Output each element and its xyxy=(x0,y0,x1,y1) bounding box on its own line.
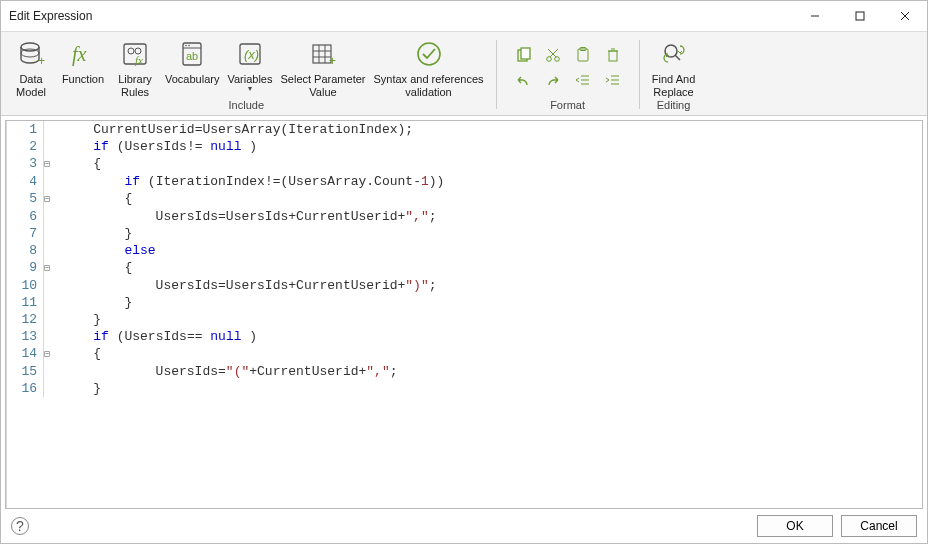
code-line[interactable]: 11 } xyxy=(7,294,922,311)
undo-button[interactable] xyxy=(509,69,537,93)
code-line[interactable]: 16 } xyxy=(7,380,922,397)
editing-buttons: Find And Replace xyxy=(648,36,700,99)
ribbon-separator xyxy=(496,40,497,109)
chevron-down-icon: ▾ xyxy=(248,84,252,93)
editing-group-label: Editing xyxy=(657,99,691,111)
minimize-button[interactable] xyxy=(792,1,837,31)
line-number: 9 xyxy=(7,259,44,277)
code-text[interactable]: } xyxy=(56,311,922,328)
delete-button[interactable] xyxy=(599,43,627,67)
vocabulary-icon: ab xyxy=(176,38,208,70)
code-text[interactable]: else xyxy=(56,242,922,259)
line-number: 1 xyxy=(7,121,44,138)
svg-text:(x): (x) xyxy=(244,47,259,62)
window-controls xyxy=(792,1,927,31)
code-text[interactable]: { xyxy=(56,190,922,208)
code-text[interactable]: UsersIds=UsersIds+CurrentUserid+","; xyxy=(56,208,922,225)
code-line[interactable]: 2 if (UsersIds!= null ) xyxy=(7,138,922,155)
redo-button[interactable] xyxy=(539,69,567,93)
copy-button[interactable] xyxy=(509,43,537,67)
code-text[interactable]: UsersIds=UsersIds+CurrentUserid+")"; xyxy=(56,277,922,294)
code-text[interactable]: } xyxy=(56,380,922,397)
line-number: 13 xyxy=(7,328,44,345)
code-line[interactable]: 9⊟ { xyxy=(7,259,922,277)
code-text[interactable]: { xyxy=(56,155,922,173)
window-title: Edit Expression xyxy=(9,9,792,23)
window-root: Edit Expression + Data Model xyxy=(0,0,928,544)
variables-button[interactable]: (x) Variables ▾ xyxy=(223,36,276,93)
code-text[interactable]: { xyxy=(56,345,922,363)
outdent-button[interactable] xyxy=(569,69,597,93)
code-editor[interactable]: 1 CurrentUserid=UsersArray(IterationInde… xyxy=(5,120,923,509)
line-number: 16 xyxy=(7,380,44,397)
line-number: 4 xyxy=(7,173,44,190)
line-number: 11 xyxy=(7,294,44,311)
code-text[interactable]: if (UsersIds== null ) xyxy=(56,328,922,345)
code-line[interactable]: 10 UsersIds=UsersIds+CurrentUserid+")"; xyxy=(7,277,922,294)
maximize-button[interactable] xyxy=(837,1,882,31)
code-text[interactable]: } xyxy=(56,294,922,311)
line-number: 12 xyxy=(7,311,44,328)
code-line[interactable]: 1 CurrentUserid=UsersArray(IterationInde… xyxy=(7,121,922,138)
svg-point-23 xyxy=(546,56,551,61)
maximize-icon xyxy=(855,11,865,21)
fold-toggle[interactable]: ⊟ xyxy=(44,345,56,363)
outdent-icon xyxy=(575,73,591,89)
svg-rect-22 xyxy=(521,48,530,59)
find-replace-button[interactable]: Find And Replace xyxy=(648,36,700,99)
function-button[interactable]: fx Function xyxy=(57,36,109,86)
fold-toggle[interactable]: ⊟ xyxy=(44,259,56,277)
code-line[interactable]: 7 } xyxy=(7,225,922,242)
svg-text:fx: fx xyxy=(135,54,143,66)
editor-scroll[interactable]: 1 CurrentUserid=UsersArray(IterationInde… xyxy=(6,121,922,508)
select-parameter-label: Select Parameter Value xyxy=(280,73,365,99)
ok-button[interactable]: OK xyxy=(757,515,833,537)
paste-button[interactable] xyxy=(569,43,597,67)
cut-button[interactable] xyxy=(539,43,567,67)
code-line[interactable]: 6 UsersIds=UsersIds+CurrentUserid+","; xyxy=(7,208,922,225)
vocabulary-button[interactable]: ab Vocabulary xyxy=(161,36,223,86)
svg-point-20 xyxy=(418,43,440,65)
cancel-button[interactable]: Cancel xyxy=(841,515,917,537)
fold-toggle[interactable]: ⊟ xyxy=(44,155,56,173)
svg-point-9 xyxy=(128,48,134,54)
data-model-button[interactable]: + Data Model xyxy=(5,36,57,99)
code-line[interactable]: 4 if (IterationIndex!=(UsersArray.Count-… xyxy=(7,173,922,190)
fold-toggle xyxy=(44,138,56,155)
code-text[interactable]: } xyxy=(56,225,922,242)
close-button[interactable] xyxy=(882,1,927,31)
indent-button[interactable] xyxy=(599,69,627,93)
select-parameter-button[interactable]: + Select Parameter Value xyxy=(276,36,369,99)
svg-text:fx: fx xyxy=(72,43,87,66)
code-text[interactable]: if (UsersIds!= null ) xyxy=(56,138,922,155)
fold-toggle xyxy=(44,225,56,242)
format-group: Format xyxy=(505,36,631,113)
syntax-validation-button[interactable]: Syntax and references validation xyxy=(369,36,487,99)
code-line[interactable]: 12 } xyxy=(7,311,922,328)
include-buttons: + Data Model fx Function fx Library Rule… xyxy=(5,36,488,99)
find-replace-icon xyxy=(658,38,690,70)
code-text[interactable]: if (IterationIndex!=(UsersArray.Count-1)… xyxy=(56,173,922,190)
code-area[interactable]: 1 CurrentUserid=UsersArray(IterationInde… xyxy=(7,121,922,397)
code-line[interactable]: 3⊟ { xyxy=(7,155,922,173)
code-text[interactable]: { xyxy=(56,259,922,277)
code-line[interactable]: 14⊟ { xyxy=(7,345,922,363)
titlebar: Edit Expression xyxy=(1,1,927,32)
code-line[interactable]: 13 if (UsersIds== null ) xyxy=(7,328,922,345)
code-line[interactable]: 5⊟ { xyxy=(7,190,922,208)
code-text[interactable]: CurrentUserid=UsersArray(IterationIndex)… xyxy=(56,121,922,138)
code-line[interactable]: 8 else xyxy=(7,242,922,259)
code-line[interactable]: 15 UsersIds="("+CurrentUserid+","; xyxy=(7,363,922,380)
svg-point-5 xyxy=(21,49,39,57)
table-icon: + xyxy=(307,38,339,70)
svg-text:+: + xyxy=(329,54,336,68)
fold-toggle xyxy=(44,294,56,311)
help-button[interactable]: ? xyxy=(11,517,29,535)
library-rules-button[interactable]: fx Library Rules xyxy=(109,36,161,99)
code-text[interactable]: UsersIds="("+CurrentUserid+","; xyxy=(56,363,922,380)
line-number: 3 xyxy=(7,155,44,173)
fold-toggle xyxy=(44,242,56,259)
fold-toggle[interactable]: ⊟ xyxy=(44,190,56,208)
paste-icon xyxy=(575,47,591,63)
scissors-icon xyxy=(545,47,561,63)
